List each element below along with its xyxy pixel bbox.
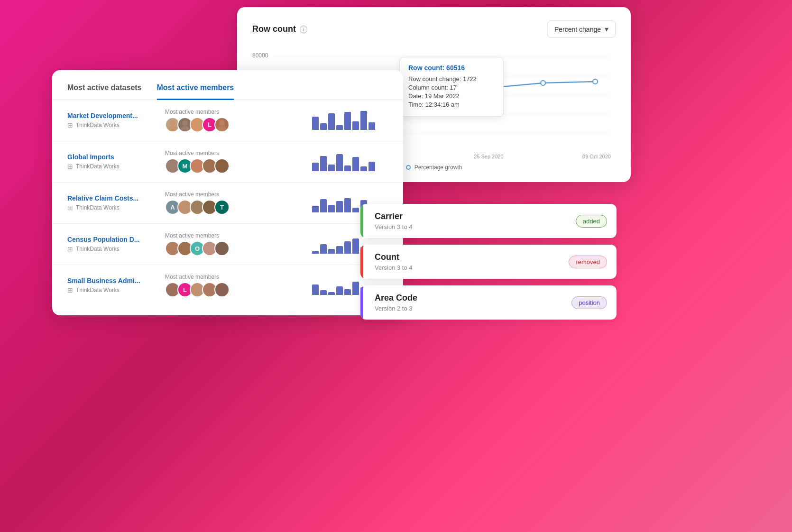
dataset-name[interactable]: Global Imports [67, 153, 157, 161]
dataset-org: ⊞ ThinkData Works [67, 245, 157, 253]
svg-point-13 [205, 167, 214, 173]
svg-point-19 [193, 209, 202, 214]
svg-point-25 [181, 250, 189, 256]
y-axis-label: 80000 [252, 52, 268, 59]
avatar [214, 117, 230, 132]
tabs-row: Most active datasets Most active members [52, 70, 403, 100]
dataset-name[interactable]: Small Business Admi... [67, 277, 157, 284]
svg-point-5 [193, 126, 202, 132]
org-icon: ⊞ [67, 245, 73, 253]
accent-bar [360, 285, 363, 320]
dataset-org: ⊞ ThinkData Works [67, 286, 157, 294]
svg-point-17 [181, 209, 189, 214]
left-card: Most active datasets Most active members… [52, 70, 403, 315]
dataset-row: Global Imports ⊞ ThinkData Works Most ac… [52, 141, 403, 183]
dataset-name[interactable]: Relative Claim Costs... [67, 194, 157, 202]
tooltip-title: Row count: 60516 [408, 64, 495, 72]
version-card-count: Count Version 3 to 4 removed [360, 245, 617, 279]
tab-most-active-datasets[interactable]: Most active datasets [67, 83, 142, 100]
info-icon[interactable]: i [300, 26, 307, 33]
svg-point-33 [193, 291, 202, 297]
chart-title-row: Row count i [252, 24, 307, 34]
field-name: Count [375, 252, 413, 262]
version-card-content: Carrier Version 3 to 4 [370, 211, 413, 230]
svg-point-0 [170, 120, 175, 126]
version-range: Version 3 to 4 [375, 223, 413, 230]
org-icon: ⊞ [67, 163, 73, 170]
svg-point-14 [219, 161, 225, 167]
removed-badge: removed [569, 256, 607, 268]
added-badge: added [576, 215, 607, 228]
avatars: A T [165, 200, 304, 215]
dataset-row: Relative Claim Costs... ⊞ ThinkData Work… [52, 183, 403, 224]
svg-point-27 [205, 250, 214, 256]
svg-point-16 [182, 202, 188, 208]
dataset-info: Small Business Admi... ⊞ ThinkData Works [67, 277, 157, 294]
dataset-info: Relative Claim Costs... ⊞ ThinkData Work… [67, 194, 157, 211]
version-card-areacode: Area Code Version 2 to 3 position [360, 285, 617, 320]
version-card-content: Area Code Version 2 to 3 [370, 293, 417, 312]
tooltip-row: Column count: 17 [408, 84, 495, 91]
tooltip-row: Time: 12:34:16 am [408, 101, 495, 108]
position-badge: position [571, 296, 607, 309]
svg-point-3 [181, 126, 189, 132]
tooltip-row: Row count change: 1722 [408, 75, 495, 83]
dropdown-label: Percent change [554, 26, 601, 33]
right-panel: Carrier Version 3 to 4 added Count Versi… [360, 204, 617, 320]
svg-point-11 [193, 167, 202, 173]
chart-tooltip: Row count: 60516 Row count change: 1722 … [399, 57, 504, 117]
avatar: T [214, 200, 230, 215]
version-card-content: Count Version 3 to 4 [370, 252, 413, 271]
tab-most-active-members[interactable]: Most active members [157, 83, 234, 100]
svg-point-35 [205, 291, 214, 297]
svg-point-4 [194, 120, 200, 126]
svg-point-22 [170, 244, 175, 249]
svg-point-9 [168, 167, 177, 173]
dataset-info: Global Imports ⊞ ThinkData Works [67, 153, 157, 170]
dataset-org: ⊞ ThinkData Works [67, 163, 157, 170]
field-name: Area Code [375, 293, 417, 303]
svg-point-1 [168, 126, 177, 132]
members-label: Most active members [165, 150, 304, 156]
svg-point-34 [207, 285, 212, 291]
chart-title: Row count [252, 24, 296, 34]
org-icon: ⊞ [67, 204, 73, 211]
version-card-carrier: Carrier Version 3 to 4 added [360, 204, 617, 238]
dataset-org: ⊞ ThinkData Works [67, 204, 157, 211]
mini-chart [312, 152, 388, 171]
svg-point-31 [168, 291, 177, 297]
mini-chart [312, 111, 388, 130]
avatars: M [165, 158, 304, 174]
svg-point-21 [205, 209, 214, 214]
svg-point-8 [170, 161, 175, 167]
percent-change-dropdown[interactable]: Percent change ▾ [547, 20, 616, 38]
members-section: Most active members A T [165, 191, 304, 215]
x-label: 25 Sep 2020 [474, 154, 503, 159]
avatar [214, 241, 230, 256]
legend-label: Percentage growth [414, 164, 462, 171]
svg-point-30 [170, 285, 175, 291]
svg-point-12 [207, 161, 212, 167]
org-icon: ⊞ [67, 286, 73, 294]
svg-point-48 [541, 81, 545, 85]
dataset-info: Census Population D... ⊞ ThinkData Works [67, 236, 157, 253]
avatars: O [165, 241, 304, 256]
version-range: Version 3 to 4 [375, 264, 413, 271]
dataset-org: ⊞ ThinkData Works [67, 121, 157, 129]
svg-point-20 [207, 202, 212, 208]
svg-point-15 [218, 167, 226, 173]
members-section: Most active members L [165, 109, 304, 132]
chevron-down-icon: ▾ [605, 25, 608, 34]
svg-point-37 [218, 291, 226, 297]
dataset-row: Small Business Admi... ⊞ ThinkData Works… [52, 265, 403, 306]
avatars: L [165, 282, 304, 297]
dataset-name[interactable]: Market Development... [67, 112, 157, 119]
accent-bar [360, 245, 363, 279]
dataset-row: Census Population D... ⊞ ThinkData Works… [52, 224, 403, 265]
avatar [214, 282, 230, 297]
avatars: L [165, 117, 304, 132]
svg-point-2 [182, 120, 188, 126]
dataset-name[interactable]: Census Population D... [67, 236, 157, 243]
svg-point-32 [194, 285, 200, 291]
version-range: Version 2 to 3 [375, 305, 417, 312]
